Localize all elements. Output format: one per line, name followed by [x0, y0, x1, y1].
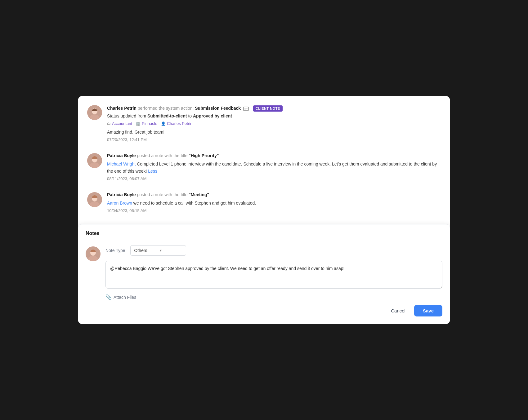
author-3: Patricia Boyle — [107, 192, 136, 197]
notes-input-row: Note Type Others ▾ 📎 Attach Files Cancel… — [86, 245, 442, 316]
activity-content-2: Patricia Boyle posted a note with the ti… — [107, 153, 441, 181]
attach-files-row[interactable]: 📎 Attach Files — [105, 294, 442, 300]
avatar-charles-petrin — [87, 105, 102, 120]
note-type-select[interactable]: Others ▾ — [130, 245, 186, 256]
timestamp-3: 10/04/2023, 06:15 AM — [107, 208, 441, 213]
activity-content-1: Charles Petrin performed the system acti… — [107, 105, 441, 142]
notes-form: Note Type Others ▾ 📎 Attach Files Cancel… — [105, 245, 442, 316]
avatar-notes-user — [86, 246, 101, 261]
tag-pinnacle[interactable]: 🏢 Pinnacle — [136, 121, 157, 126]
avatar-patricia-boyle-1 — [87, 153, 102, 168]
activity-content-3: Patricia Boyle posted a note with the ti… — [107, 192, 441, 213]
mention-aaron-brown[interactable]: Aaron Brown — [107, 201, 132, 206]
activity-body-1: Amazing find. Great job team! — [107, 129, 441, 135]
note-textarea[interactable] — [105, 261, 442, 289]
status-update-1: Status updated from Submitted-to-client … — [107, 113, 441, 119]
building-icon: 🏢 — [136, 122, 141, 126]
save-button[interactable]: Save — [414, 305, 442, 316]
person-icon: 👤 — [161, 122, 166, 126]
note-title-text-3: "Meeting" — [189, 192, 209, 197]
tag-label-pinnacle: Pinnacle — [142, 121, 157, 126]
note-body-text-3: we need to schedule a call with Stephen … — [133, 201, 256, 206]
tag-label-accountant: Accountant — [112, 121, 132, 126]
timestamp-2: 08/11/2023, 06:07 AM — [107, 176, 441, 181]
paperclip-icon: 📎 — [105, 294, 112, 300]
activity-header-1: Charles Petrin performed the system acti… — [107, 105, 441, 112]
svg-rect-3 — [244, 107, 248, 111]
cancel-button[interactable]: Cancel — [386, 305, 410, 316]
tag-accountant[interactable]: 🗂 Accountant — [107, 121, 132, 126]
system-icon — [243, 106, 249, 111]
activity-item-3: Patricia Boyle posted a note with the ti… — [87, 192, 441, 213]
action-text-1: performed the system action: — [138, 106, 194, 111]
author-2: Patricia Boyle — [107, 153, 136, 158]
avatar-patricia-boyle-2 — [87, 192, 102, 207]
chevron-down-icon: ▾ — [160, 248, 162, 253]
note-type-label: Note Type — [105, 248, 125, 253]
action-name-1: Submission Feedback — [195, 106, 241, 111]
note-title-3: Patricia Boyle posted a note with the ti… — [107, 192, 441, 197]
note-body-2: Michael Wright Completed Level 1 phone i… — [107, 161, 441, 175]
main-container: Charles Petrin performed the system acti… — [78, 96, 450, 325]
note-title-2: Patricia Boyle posted a note with the ti… — [107, 153, 441, 158]
less-link[interactable]: Less — [148, 169, 157, 174]
tag-charles-petrin[interactable]: 👤 Charles Petrin — [161, 121, 192, 126]
timestamp-1: 07/20/2023, 12:41 PM — [107, 137, 441, 142]
note-type-row: Note Type Others ▾ — [105, 245, 442, 256]
activity-item-1: Charles Petrin performed the system acti… — [87, 105, 441, 142]
panel-footer: Cancel Save — [105, 305, 442, 316]
tags-1: 🗂 Accountant 🏢 Pinnacle 👤 Charles Petrin — [107, 121, 441, 126]
tag-label-charles: Charles Petrin — [167, 121, 192, 126]
activity-item-2: Patricia Boyle posted a note with the ti… — [87, 153, 441, 181]
note-type-select-text: Others — [134, 248, 147, 253]
attach-files-label: Attach Files — [114, 295, 136, 300]
client-note-badge: CLIENT NOTE — [253, 105, 283, 112]
briefcase-icon: 🗂 — [107, 122, 111, 126]
note-title-text-2: "High Priority" — [189, 153, 219, 158]
action-text-2: posted a note with the title — [137, 153, 189, 158]
mention-michael-wright[interactable]: Michael Wright — [107, 161, 136, 166]
notes-panel: Notes Note Type Others ▾ — [78, 224, 450, 324]
action-text-3: posted a note with the title — [137, 192, 189, 197]
notes-panel-title: Notes — [86, 231, 442, 240]
author-1: Charles Petrin — [107, 106, 136, 111]
note-body-3: Aaron Brown we need to schedule a call w… — [107, 200, 441, 206]
